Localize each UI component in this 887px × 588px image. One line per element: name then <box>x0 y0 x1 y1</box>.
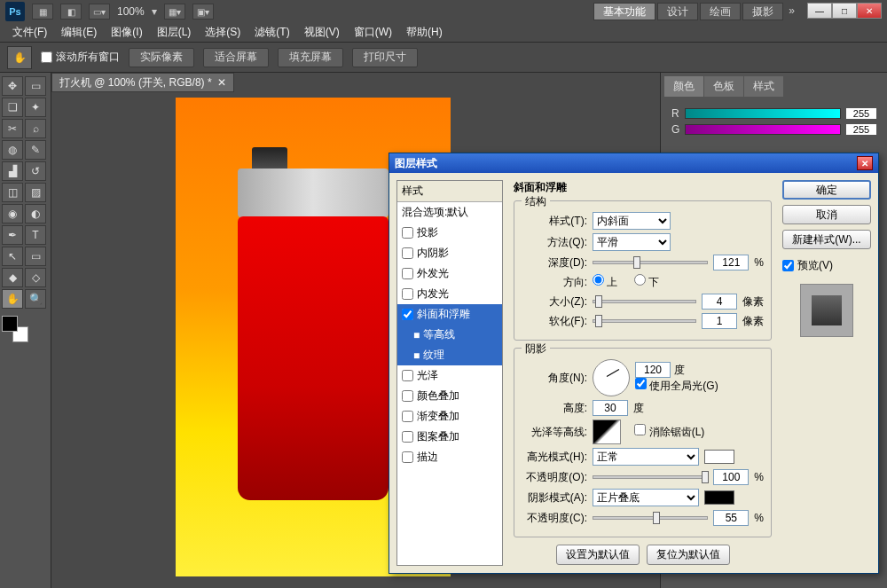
g-slider[interactable] <box>685 124 841 135</box>
zoom-level[interactable]: 100% <box>117 5 145 18</box>
menu-filter[interactable]: 滤镜(T) <box>249 23 294 42</box>
antialias-checkbox[interactable]: 消除锯齿(L) <box>634 424 704 440</box>
gradient-tool[interactable]: ▨ <box>25 183 46 202</box>
menu-select[interactable]: 选择(S) <box>200 23 246 42</box>
3d-tool[interactable]: ◆ <box>2 268 23 287</box>
size-input[interactable] <box>702 294 737 310</box>
hilite-opac-slider[interactable] <box>593 475 708 479</box>
global-light-checkbox[interactable]: 使用全局光(G) <box>635 380 718 392</box>
bridge-icon[interactable]: ▦ <box>32 4 53 20</box>
pen-tool[interactable]: ✒ <box>2 225 23 245</box>
style-row-等高线[interactable]: ■ 等高线 <box>397 325 502 345</box>
wand-tool[interactable]: ✦ <box>25 98 46 117</box>
workspace-more-icon[interactable]: » <box>785 3 798 20</box>
style-row-颜色叠加[interactable]: 颜色叠加 <box>397 386 502 406</box>
preview-checkbox[interactable]: 预览(V) <box>782 258 871 273</box>
soften-input[interactable] <box>702 313 737 329</box>
fit-screen-button[interactable]: 适合屏幕 <box>203 48 269 67</box>
hand-tool[interactable]: ✋ <box>2 289 23 309</box>
marquee-tool[interactable]: ▭ <box>25 76 46 96</box>
crop-tool[interactable]: ✂ <box>2 119 23 138</box>
workspace-basic[interactable]: 基本功能 <box>593 3 655 20</box>
move-tool[interactable]: ✥ <box>2 76 23 96</box>
history-brush-tool[interactable]: ↺ <box>25 161 46 181</box>
altitude-input[interactable] <box>593 400 628 416</box>
menu-layer[interactable]: 图层(L) <box>152 23 197 42</box>
minimize-button[interactable]: — <box>807 3 832 19</box>
stamp-tool[interactable]: ▟ <box>2 161 23 181</box>
style-row-图案叠加[interactable]: 图案叠加 <box>397 427 502 447</box>
g-value[interactable]: 255 <box>846 124 876 135</box>
shadow-color-swatch[interactable] <box>704 490 734 505</box>
dialog-titlebar[interactable]: 图层样式 ✕ <box>389 153 878 173</box>
lasso-tool[interactable]: ❏ <box>2 98 23 117</box>
eraser-tool[interactable]: ◫ <box>2 183 23 202</box>
style-row-光泽[interactable]: 光泽 <box>397 365 502 386</box>
new-style-button[interactable]: 新建样式(W)... <box>782 230 871 249</box>
technique-select[interactable]: 平滑 <box>593 233 671 251</box>
menu-help[interactable]: 帮助(H) <box>401 23 448 42</box>
angle-control[interactable] <box>593 359 630 396</box>
workspace-photo[interactable]: 摄影 <box>742 3 783 20</box>
path-tool[interactable]: ↖ <box>2 247 23 266</box>
menu-window[interactable]: 窗口(W) <box>349 23 397 42</box>
fill-screen-button[interactable]: 填充屏幕 <box>278 48 343 67</box>
ok-button[interactable]: 确定 <box>782 180 871 200</box>
style-row-内发光[interactable]: 内发光 <box>397 284 502 304</box>
reset-default-button[interactable]: 复位为默认值 <box>647 545 730 565</box>
style-select[interactable]: 内斜面 <box>593 212 671 230</box>
dodge-tool[interactable]: ◐ <box>25 204 46 223</box>
menu-view[interactable]: 视图(V) <box>299 23 345 42</box>
hand-tool-icon[interactable]: ✋ <box>7 46 32 69</box>
style-row-渐变叠加[interactable]: 渐变叠加 <box>397 406 502 427</box>
tab-styles[interactable]: 样式 <box>744 76 783 97</box>
depth-input[interactable] <box>713 255 749 270</box>
dir-up-radio[interactable]: 上 <box>593 274 617 290</box>
r-slider[interactable] <box>685 108 841 119</box>
tab-close-icon[interactable]: ✕ <box>217 76 226 89</box>
zoom-tool[interactable]: 🔍 <box>25 289 46 309</box>
size-slider[interactable] <box>593 300 696 303</box>
arrange-docs-icon[interactable]: ▦▾ <box>164 4 185 20</box>
shadow-mode-select[interactable]: 正片叠底 <box>593 489 699 506</box>
tab-color[interactable]: 颜色 <box>664 76 703 97</box>
menu-file[interactable]: 文件(F) <box>7 23 52 42</box>
hilite-mode-select[interactable]: 正常 <box>593 448 699 466</box>
angle-input[interactable] <box>635 362 671 378</box>
menu-edit[interactable]: 编辑(E) <box>56 23 102 42</box>
style-row-描边[interactable]: 描边 <box>397 447 502 467</box>
close-button[interactable]: ✕ <box>857 3 882 19</box>
actual-pixels-button[interactable]: 实际像素 <box>129 48 194 67</box>
heal-tool[interactable]: ◍ <box>2 140 23 160</box>
3d-cam-tool[interactable]: ◇ <box>25 268 46 287</box>
shape-tool[interactable]: ▭ <box>25 247 46 266</box>
hilite-opac-input[interactable] <box>713 469 749 485</box>
shadow-opac-slider[interactable] <box>593 516 708 520</box>
workspace-paint[interactable]: 绘画 <box>700 3 741 20</box>
gloss-contour[interactable] <box>593 419 621 444</box>
dialog-close-button[interactable]: ✕ <box>857 156 873 170</box>
view-extras-icon[interactable]: ▭▾ <box>89 4 110 20</box>
row-blend-options[interactable]: 混合选项:默认 <box>397 202 502 223</box>
blur-tool[interactable]: ◉ <box>2 204 23 223</box>
hilite-color-swatch[interactable] <box>704 450 734 464</box>
style-row-外发光[interactable]: 外发光 <box>397 263 502 284</box>
workspace-design[interactable]: 设计 <box>657 3 698 20</box>
style-row-纹理[interactable]: ■ 纹理 <box>397 345 502 365</box>
color-swatch[interactable] <box>2 316 28 342</box>
soften-slider[interactable] <box>593 319 696 323</box>
styles-list-header[interactable]: 样式 <box>397 181 502 202</box>
menu-image[interactable]: 图像(I) <box>106 23 147 42</box>
style-row-投影[interactable]: 投影 <box>397 223 502 243</box>
tab-swatches[interactable]: 色板 <box>704 76 743 97</box>
style-row-内阴影[interactable]: 内阴影 <box>397 243 502 263</box>
document-tab[interactable]: 打火机 @ 100% (开关, RGB/8) * ✕ <box>51 73 234 92</box>
style-row-斜面和浮雕[interactable]: 斜面和浮雕 <box>397 304 502 325</box>
type-tool[interactable]: T <box>25 225 46 245</box>
brush-tool[interactable]: ✎ <box>25 140 46 160</box>
scroll-all-checkbox[interactable]: 滚动所有窗口 <box>41 50 120 65</box>
cancel-button[interactable]: 取消 <box>782 205 871 224</box>
screen-mode-icon[interactable]: ▣▾ <box>192 4 214 20</box>
shadow-opac-input[interactable] <box>713 510 749 526</box>
depth-slider[interactable] <box>593 261 708 264</box>
